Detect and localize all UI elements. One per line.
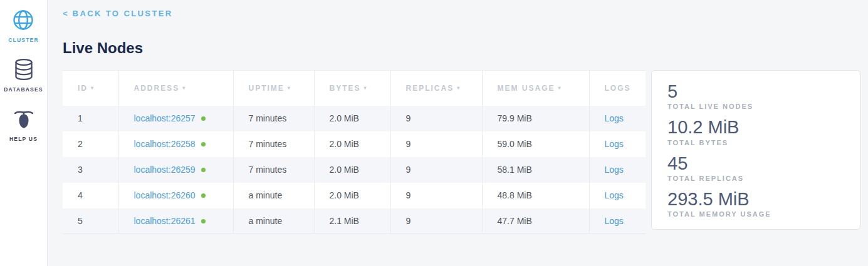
node-live-dot-icon xyxy=(201,116,206,121)
sort-arrow-icon: ▾ xyxy=(457,85,461,91)
node-bytes-cell: 2.0 MiB xyxy=(314,183,390,208)
column-header-id[interactable]: ID▾ xyxy=(63,71,118,106)
globe-icon xyxy=(12,9,34,34)
node-logs-cell: Logs xyxy=(589,208,646,234)
node-logs-cell: Logs xyxy=(589,183,646,208)
summary-label: TOTAL BYTES xyxy=(667,139,845,146)
content-row: ID▾ ADDRESS▾ UPTIME▾ BYTES▾ REPLICAS▾ ME… xyxy=(63,70,860,234)
table-row: 1 localhost:26257 7 minutes 2.0 MiB 9 79… xyxy=(63,106,646,131)
summary-value: 45 xyxy=(667,153,845,174)
databases-icon xyxy=(13,58,34,83)
table-row: 3 localhost:26259 7 minutes 2.0 MiB 9 58… xyxy=(63,157,646,183)
back-link-label: BACK TO CLUSTER xyxy=(73,9,173,18)
back-to-cluster-link[interactable]: <BACK TO CLUSTER xyxy=(63,9,173,18)
node-replicas-cell: 9 xyxy=(390,208,482,234)
live-nodes-table: ID▾ ADDRESS▾ UPTIME▾ BYTES▾ REPLICAS▾ ME… xyxy=(63,70,646,234)
node-address-cell: localhost:26257 xyxy=(118,106,233,131)
summary-label: TOTAL REPLICAS xyxy=(667,175,845,182)
table-header-row: ID▾ ADDRESS▾ UPTIME▾ BYTES▾ REPLICAS▾ ME… xyxy=(63,71,646,106)
logs-link[interactable]: Logs xyxy=(605,190,624,200)
node-address-cell: localhost:26258 xyxy=(118,131,233,157)
main-content: <BACK TO CLUSTER Live Nodes ID▾ ADDRESS▾… xyxy=(48,0,868,266)
table-row: 2 localhost:26258 7 minutes 2.0 MiB 9 59… xyxy=(63,131,646,157)
cluster-summary-panel: 5 TOTAL LIVE NODES 10.2 MiB TOTAL BYTES … xyxy=(651,70,860,230)
column-header-mem-usage[interactable]: MEM USAGE▾ xyxy=(482,71,589,106)
node-id-cell: 2 xyxy=(63,131,118,157)
column-header-uptime[interactable]: UPTIME▾ xyxy=(233,71,314,106)
logs-link[interactable]: Logs xyxy=(605,165,624,175)
node-replicas-cell: 9 xyxy=(390,183,482,208)
sidebar: CLUSTER DATABASES HELP US xyxy=(0,0,48,266)
cockroach-icon xyxy=(13,108,35,133)
sort-arrow-icon: ▾ xyxy=(288,85,291,91)
node-replicas-cell: 9 xyxy=(390,106,482,131)
logs-link[interactable]: Logs xyxy=(605,113,624,123)
summary-value: 10.2 MiB xyxy=(667,117,845,138)
summary-value: 293.5 MiB xyxy=(667,189,845,210)
sort-arrow-icon: ▾ xyxy=(91,85,95,91)
node-address-link[interactable]: localhost:26260 xyxy=(134,190,196,200)
node-id-cell: 5 xyxy=(63,208,118,234)
logs-link[interactable]: Logs xyxy=(605,139,624,149)
node-bytes-cell: 2.0 MiB xyxy=(314,106,390,131)
node-address-link[interactable]: localhost:26261 xyxy=(134,216,196,226)
sidebar-item-label: HELP US xyxy=(9,136,38,142)
node-mem-usage-cell: 58.1 MiB xyxy=(482,157,589,183)
node-bytes-cell: 2.0 MiB xyxy=(314,131,390,157)
sort-arrow-icon: ▾ xyxy=(558,85,562,91)
node-id-cell: 3 xyxy=(63,157,118,183)
node-logs-cell: Logs xyxy=(589,106,646,131)
sidebar-item-label: DATABASES xyxy=(4,86,43,93)
node-live-dot-icon xyxy=(201,142,206,146)
node-replicas-cell: 9 xyxy=(390,157,482,183)
summary-item-total-live-nodes: 5 TOTAL LIVE NODES xyxy=(667,81,845,110)
node-uptime-cell: 7 minutes xyxy=(233,106,314,131)
sidebar-item-help-us[interactable]: HELP US xyxy=(9,108,38,142)
logs-link[interactable]: Logs xyxy=(605,216,624,226)
summary-item-total-bytes: 10.2 MiB TOTAL BYTES xyxy=(667,117,845,146)
node-replicas-cell: 9 xyxy=(390,131,482,157)
column-header-replicas[interactable]: REPLICAS▾ xyxy=(390,71,482,106)
page-title: Live Nodes xyxy=(63,39,860,57)
sidebar-item-databases[interactable]: DATABASES xyxy=(4,58,43,93)
node-live-dot-icon xyxy=(201,168,206,172)
node-uptime-cell: 7 minutes xyxy=(233,157,314,183)
column-header-address[interactable]: ADDRESS▾ xyxy=(118,71,233,106)
node-address-cell: localhost:26259 xyxy=(118,157,233,183)
node-id-cell: 4 xyxy=(63,183,118,208)
node-uptime-cell: 7 minutes xyxy=(233,131,314,157)
column-header-logs: LOGS xyxy=(589,71,646,106)
node-mem-usage-cell: 79.9 MiB xyxy=(482,106,589,131)
column-header-bytes[interactable]: BYTES▾ xyxy=(314,71,390,106)
node-address-link[interactable]: localhost:26257 xyxy=(134,113,196,123)
sort-arrow-icon: ▾ xyxy=(364,85,368,91)
table-row: 4 localhost:26260 a minute 2.0 MiB 9 48.… xyxy=(63,183,646,208)
node-id-cell: 1 xyxy=(63,106,118,131)
node-logs-cell: Logs xyxy=(589,131,646,157)
node-uptime-cell: a minute xyxy=(233,183,314,208)
node-live-dot-icon xyxy=(201,193,206,198)
node-mem-usage-cell: 59.0 MiB xyxy=(482,131,589,157)
node-mem-usage-cell: 48.8 MiB xyxy=(482,183,589,208)
node-bytes-cell: 2.1 MiB xyxy=(314,208,390,234)
back-chevron-icon: < xyxy=(63,9,68,18)
node-address-cell: localhost:26260 xyxy=(118,183,233,208)
node-live-dot-icon xyxy=(201,219,206,223)
node-logs-cell: Logs xyxy=(589,157,646,183)
node-address-link[interactable]: localhost:26258 xyxy=(134,139,196,149)
node-address-cell: localhost:26261 xyxy=(118,208,233,234)
sidebar-item-label: CLUSTER xyxy=(8,37,39,43)
summary-item-total-replicas: 45 TOTAL REPLICAS xyxy=(667,153,845,182)
app-window: CLUSTER DATABASES HELP US xyxy=(0,0,868,266)
summary-label: TOTAL MEMORY USAGE xyxy=(667,210,845,218)
summary-item-total-memory-usage: 293.5 MiB TOTAL MEMORY USAGE xyxy=(667,189,845,218)
summary-label: TOTAL LIVE NODES xyxy=(667,103,845,110)
summary-value: 5 xyxy=(667,81,845,102)
node-uptime-cell: a minute xyxy=(233,208,314,234)
sort-arrow-icon: ▾ xyxy=(182,85,186,91)
node-address-link[interactable]: localhost:26259 xyxy=(134,165,196,175)
node-bytes-cell: 2.0 MiB xyxy=(314,157,390,183)
table-row: 5 localhost:26261 a minute 2.1 MiB 9 47.… xyxy=(63,208,646,234)
sidebar-item-cluster[interactable]: CLUSTER xyxy=(8,9,39,43)
node-mem-usage-cell: 47.7 MiB xyxy=(482,208,589,234)
